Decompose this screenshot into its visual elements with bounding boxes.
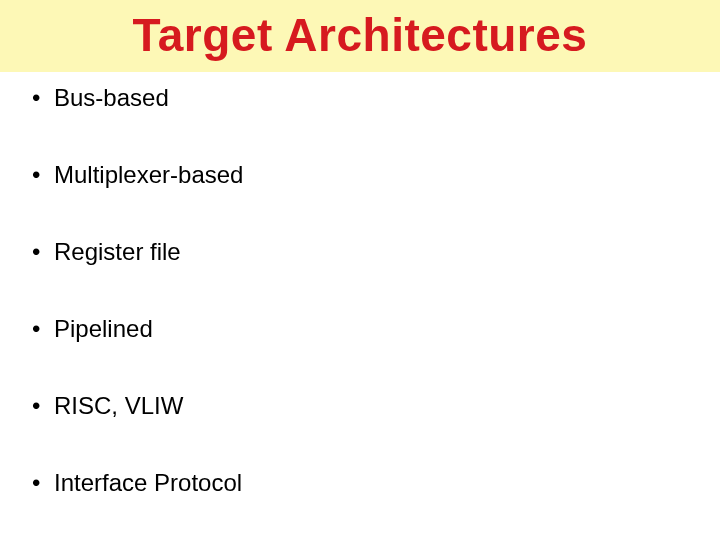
content-area: Bus-based Multiplexer-based Register fil… — [0, 72, 720, 497]
title-bar: Target Architectures — [0, 0, 720, 72]
slide-title: Target Architectures — [0, 8, 720, 62]
list-item: RISC, VLIW — [30, 392, 690, 420]
list-item: Multiplexer-based — [30, 161, 690, 189]
list-item: Bus-based — [30, 84, 690, 112]
list-item: Register file — [30, 238, 690, 266]
bullet-list: Bus-based Multiplexer-based Register fil… — [30, 84, 690, 497]
list-item: Interface Protocol — [30, 469, 690, 497]
list-item: Pipelined — [30, 315, 690, 343]
